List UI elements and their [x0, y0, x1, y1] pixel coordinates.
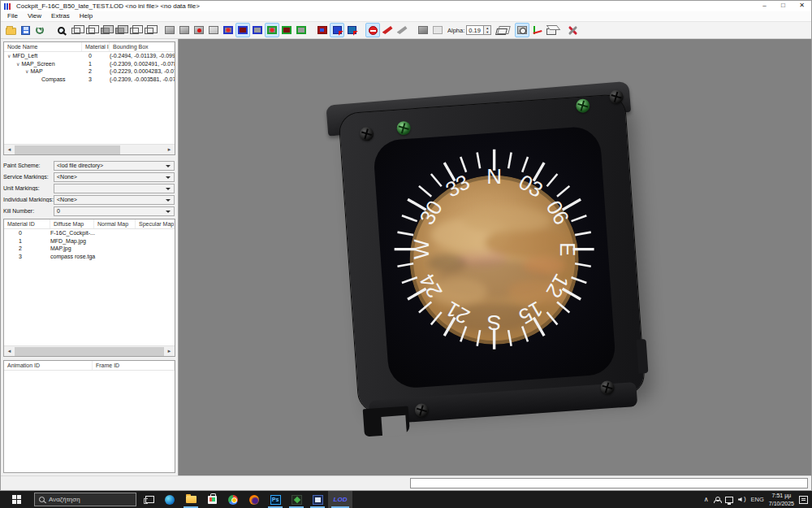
zoom-tool-icon[interactable] [54, 23, 68, 37]
lod-level-2-icon[interactable] [83, 23, 97, 37]
tree-node-row[interactable]: ∨MAP_Screen 1 (-0.2309, 0.002491, -0.078… [4, 60, 175, 68]
service-markings-select[interactable]: <None> [54, 172, 175, 182]
scroll-left-icon[interactable]: ◄ [4, 349, 15, 354]
menu-item[interactable]: File [2, 11, 23, 21]
minimize-button[interactable]: – [755, 1, 774, 11]
cube-light-icon[interactable] [206, 23, 221, 37]
lod-level-5-icon[interactable] [127, 23, 141, 37]
scroll-left-icon[interactable]: ◄ [4, 147, 15, 152]
material-row[interactable]: 1 MFD_Map.jpg [4, 237, 175, 245]
node-material-id: 2 [82, 67, 110, 76]
blue-flag-icon[interactable] [330, 23, 344, 37]
no-entry-icon[interactable] [365, 23, 380, 37]
material-row[interactable]: 2 MAP.jpg [4, 245, 175, 253]
alpha-spinner[interactable]: ▲▼ [484, 25, 491, 35]
start-button[interactable] [0, 491, 32, 508]
viewport-3d[interactable]: N0306E1215S2124W3033 [179, 39, 811, 475]
menu-item[interactable]: View [23, 11, 46, 21]
taskbar-edge-icon[interactable] [159, 491, 180, 508]
separator[interactable] [409, 23, 416, 37]
chevron-down-icon[interactable]: ∨ [16, 62, 19, 67]
compass-label: W [409, 239, 434, 259]
blue-cube-filled-icon[interactable] [235, 23, 250, 37]
open-box-icon[interactable] [544, 23, 559, 37]
menu-item[interactable]: Extras [46, 11, 75, 21]
clock-cube-icon[interactable] [515, 23, 529, 37]
kill-number-select[interactable]: 0 [54, 206, 175, 216]
hidden-icons-chevron[interactable]: ∧ [704, 496, 709, 503]
tree-node-row[interactable]: Compass 3 (-0.2309, -0.003581, -0.079 [4, 76, 175, 84]
lod-level-3-icon[interactable] [97, 23, 112, 37]
gray-dart-icon[interactable] [395, 23, 409, 37]
wire-box-icon[interactable] [494, 23, 508, 37]
red-cube-marker-icon[interactable] [315, 23, 330, 37]
action-center-icon[interactable] [799, 496, 808, 504]
separator[interactable] [508, 23, 515, 37]
chevron-down-icon[interactable]: ∨ [25, 69, 28, 74]
blue-cube-marker-icon[interactable] [221, 23, 235, 37]
compass-tick [419, 186, 431, 197]
paint-scheme-select[interactable]: <lod file directory> [54, 161, 175, 171]
scroll-right-icon[interactable]: ► [164, 147, 175, 152]
task-view-button[interactable] [140, 491, 159, 508]
tools-icon[interactable] [565, 23, 580, 37]
separator[interactable] [47, 23, 54, 37]
close-button[interactable]: ✕ [793, 1, 811, 11]
mat-header-normal: Normal Map [94, 219, 136, 228]
material-row[interactable]: 0 F-16C_Cockpit-... [4, 229, 175, 237]
taskbar-file-explorer-icon[interactable] [180, 491, 201, 508]
taskbar-viewer-tool-icon[interactable] [307, 491, 328, 508]
network-tray-icon[interactable] [725, 497, 733, 503]
save-icon[interactable] [18, 23, 32, 37]
lod-level-6-icon[interactable] [141, 23, 156, 37]
tree-node-row[interactable]: ∨MFD_Left 0 (-0.2494, -0.01139, -0.0990 [4, 52, 175, 60]
green-cube-marker-icon[interactable] [265, 23, 279, 37]
separator[interactable] [156, 23, 162, 37]
shaded-cube-icon[interactable] [416, 23, 430, 37]
solid-cube-icon[interactable] [162, 23, 177, 37]
taskbar-lod-editor-icon[interactable]: LOD [328, 491, 352, 508]
solid-cube-2-icon[interactable] [177, 23, 192, 37]
scrollbar-thumb[interactable] [15, 347, 164, 356]
taskbar-firefox-icon[interactable] [244, 491, 265, 508]
separator[interactable] [309, 23, 315, 37]
cube-red-marker-icon[interactable] [192, 23, 206, 37]
teal-flag-icon[interactable] [344, 23, 359, 37]
taskbar-store-icon[interactable] [201, 491, 222, 508]
chevron-down-icon[interactable]: ∨ [7, 54, 11, 59]
compass-instrument-model: N0306E1215S2124W3033 [335, 86, 648, 428]
green-cube-filled-icon[interactable] [279, 23, 294, 37]
language-indicator[interactable]: ENG [751, 496, 764, 503]
material-row[interactable]: 3 compass rose.tga [4, 253, 175, 261]
lod-level-4-icon[interactable] [112, 23, 127, 37]
scrollbar-thumb[interactable] [15, 145, 120, 154]
taskbar-texture-tool-icon[interactable] [286, 491, 307, 508]
separator[interactable] [559, 23, 565, 37]
people-tray-icon[interactable] [714, 497, 720, 503]
green-cube-gray-icon[interactable] [294, 23, 309, 37]
menu-item[interactable]: Help [75, 11, 97, 21]
reload-icon[interactable] [32, 23, 47, 37]
blue-cube-gray-icon[interactable] [250, 23, 265, 37]
open-file-icon[interactable] [3, 23, 18, 37]
anim-header-animation-id: Animation ID [4, 361, 93, 370]
volume-tray-icon[interactable] [738, 496, 746, 503]
taskbar-search-input[interactable]: Αναζήτηση [34, 493, 136, 506]
tree-node-row[interactable]: ∨MAP 2 (-0.2229, 0.0004283, -0.071 [4, 67, 175, 76]
compass-tick [547, 174, 558, 186]
tree-horizontal-scrollbar[interactable]: ◄ ► [4, 144, 175, 154]
taskbar-photoshop-icon[interactable]: Ps [265, 491, 286, 508]
axes-icon[interactable] [529, 23, 544, 37]
alpha-value-input[interactable]: 0.19 [466, 25, 484, 35]
separator[interactable] [359, 23, 365, 37]
materials-horizontal-scrollbar[interactable]: ◄ ► [4, 345, 175, 356]
lod-level-1-icon[interactable] [68, 23, 83, 37]
clock[interactable]: 7:51 μμ 7/10/2025 [769, 492, 794, 506]
unit-markings-select[interactable] [54, 184, 175, 193]
red-dart-icon[interactable] [380, 23, 395, 37]
maximize-button[interactable]: □ [774, 1, 793, 11]
scroll-right-icon[interactable]: ► [164, 349, 175, 354]
taskbar-chrome-icon[interactable] [222, 491, 244, 508]
transparent-cube-icon[interactable] [430, 23, 445, 37]
individual-markings-select[interactable]: <None> [54, 195, 175, 205]
